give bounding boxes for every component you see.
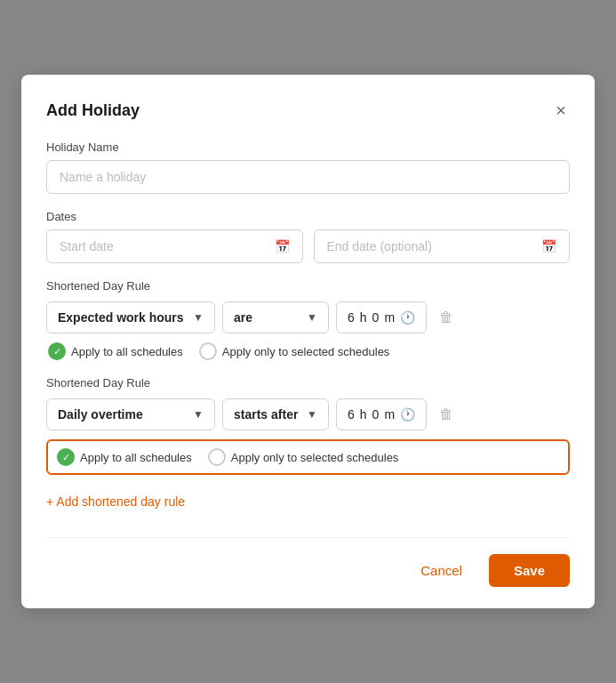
close-button[interactable]: × (552, 100, 570, 121)
rule1-condition-value: are (234, 310, 252, 325)
calendar-icon-end: 📅 (541, 239, 556, 253)
rule2-time-display[interactable]: 6 h 0 m 🕐 (336, 398, 427, 430)
start-date-placeholder: Start date (60, 239, 114, 253)
clock-icon-rule2: 🕐 (400, 407, 415, 422)
dates-label: Dates (46, 210, 570, 223)
rule2-row: Daily overtime ▼ starts after ▼ 6 h 0 m … (46, 398, 570, 430)
modal-header: Add Holiday × (46, 100, 570, 121)
checkmark-icon-2: ✓ (62, 453, 70, 462)
rule2-hours: 6 (348, 407, 355, 422)
modal-footer: Cancel Save (46, 537, 570, 587)
modal-dialog: Add Holiday × Holiday Name Dates Start d… (21, 75, 595, 608)
start-date-input[interactable]: Start date 📅 (46, 229, 303, 263)
rule1-apply-selected-radio (199, 342, 217, 360)
rule2-type-select[interactable]: Daily overtime ▼ (46, 398, 215, 430)
rule2-section-label: Shortened Day Rule (46, 376, 570, 390)
dates-row: Start date 📅 End date (optional) 📅 (46, 229, 570, 263)
rule2-m-label: m (384, 407, 395, 422)
rule1-hours: 6 (348, 310, 355, 325)
rule1-m-label: m (384, 310, 395, 325)
rule1-section-label: Shortened Day Rule (46, 279, 570, 293)
rule1-type-select[interactable]: Expected work hours ▼ (46, 301, 215, 333)
rule1-type-value: Expected work hours (58, 310, 184, 325)
rule1-apply-all-radio: ✓ (48, 342, 66, 360)
modal-overlay: Add Holiday × Holiday Name Dates Start d… (0, 0, 616, 683)
rule2-condition-value: starts after (234, 407, 298, 422)
rule2-delete-button[interactable]: 🗑 (434, 401, 459, 428)
rule2-type-value: Daily overtime (58, 407, 143, 422)
holiday-name-input[interactable] (46, 160, 570, 194)
rule2-type-chevron-icon: ▼ (193, 408, 204, 421)
rule2-h-label: h (360, 407, 367, 422)
rule2-condition-chevron-icon: ▼ (307, 408, 317, 421)
rule1-delete-button[interactable]: 🗑 (434, 304, 459, 331)
end-date-placeholder: End date (optional) (327, 239, 432, 253)
rule2-apply-selected-option[interactable]: Apply only to selected schedules (208, 448, 399, 466)
cancel-button[interactable]: Cancel (404, 555, 478, 586)
save-button[interactable]: Save (489, 554, 570, 587)
add-rule-button[interactable]: + Add shortened day rule (46, 491, 185, 512)
rule2-condition-select[interactable]: starts after ▼ (222, 398, 329, 430)
rule2-apply-selected-radio (208, 448, 226, 466)
rule2-apply-all-option[interactable]: ✓ Apply to all schedules (57, 448, 192, 466)
rule1-apply-all-label: Apply to all schedules (71, 345, 183, 358)
rule2-minutes: 0 (372, 407, 380, 422)
rule1-apply-all-option[interactable]: ✓ Apply to all schedules (48, 342, 183, 360)
checkmark-icon: ✓ (53, 347, 61, 357)
rule1-minutes: 0 (372, 310, 380, 325)
rule1-h-label: h (360, 310, 367, 325)
rule1-time-display[interactable]: 6 h 0 m 🕐 (336, 301, 427, 333)
rule2-apply-all-radio: ✓ (57, 448, 75, 466)
rule1-apply-selected-option[interactable]: Apply only to selected schedules (199, 342, 390, 360)
rule1-condition-chevron-icon: ▼ (307, 311, 317, 324)
clock-icon-rule1: 🕐 (400, 310, 415, 325)
rule2-apply-all-label: Apply to all schedules (80, 451, 192, 464)
add-rule-label: + Add shortened day rule (46, 494, 185, 509)
rule1-apply-selected-label: Apply only to selected schedules (222, 345, 390, 358)
holiday-name-label: Holiday Name (46, 141, 570, 154)
rule2-apply-selected-label: Apply only to selected schedules (231, 451, 399, 464)
end-date-input[interactable]: End date (optional) 📅 (314, 229, 571, 263)
rule1-schedule-row: ✓ Apply to all schedules Apply only to s… (46, 342, 570, 360)
rule2-schedule-row-highlighted: ✓ Apply to all schedules Apply only to s… (46, 439, 570, 475)
rule1-type-chevron-icon: ▼ (193, 311, 204, 324)
rule1-row: Expected work hours ▼ are ▼ 6 h 0 m 🕐 🗑 (46, 301, 570, 333)
calendar-icon-start: 📅 (275, 239, 290, 253)
rule1-condition-select[interactable]: are ▼ (222, 301, 329, 333)
modal-title: Add Holiday (46, 101, 140, 120)
